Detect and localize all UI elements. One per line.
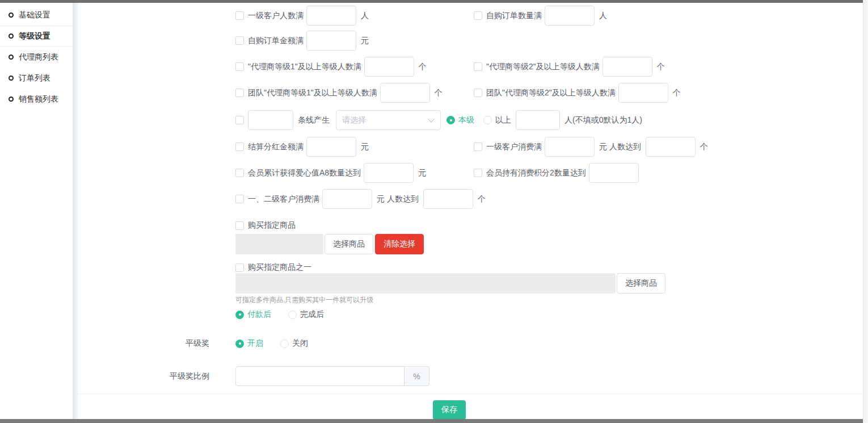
row-buy-one-of-products: 购买指定商品之一 <box>78 262 862 273</box>
input-agent-level2-count[interactable] <box>602 57 652 77</box>
line-produce-label: 条线产生 <box>298 115 330 125</box>
checkbox-line-condition[interactable] <box>235 116 244 124</box>
condition-label: 一、二级客户消费满 <box>248 194 319 204</box>
radio-peer-award-on-label[interactable]: 开启 <box>247 338 263 349</box>
checkbox-team-agent-level2-count[interactable] <box>474 89 482 97</box>
save-button[interactable]: 保存 <box>433 400 466 420</box>
sidebar-divider <box>73 3 78 419</box>
row-peer-award: 平级奖 开启 关闭 <box>78 338 862 349</box>
condition-label: "代理商等级1"及以上等级人数满 <box>248 62 361 72</box>
line-condition-note: 人(不填或0默认为1人) <box>564 115 642 125</box>
input-team-agent-level2-count[interactable] <box>618 83 668 103</box>
input-level12-consume-amount[interactable] <box>322 189 372 209</box>
row-customer-count: 一级客户人数满 人 自购订单数量满 人 <box>78 6 862 26</box>
unit-label: 元 <box>361 142 369 152</box>
radio-after-payment[interactable] <box>235 311 244 319</box>
condition-label: 结算分红金额满 <box>248 142 304 152</box>
multi-product-hint: 可指定多件商品,只需购买其中一件就可以升级 <box>78 295 862 305</box>
checkbox-level1-customer-count[interactable] <box>235 11 244 20</box>
unit-label: 个 <box>419 62 427 72</box>
sidebar-item-level-settings[interactable]: 等级设置 <box>0 26 73 47</box>
unit-label: 元 <box>599 142 607 152</box>
sidebar-item-label: 订单列表 <box>19 73 50 83</box>
input-love-value[interactable] <box>364 163 414 183</box>
condition-label: 团队"代理商等级1"及以上等级人数满 <box>248 88 377 98</box>
checkbox-agent-level1-count[interactable] <box>235 62 244 71</box>
radio-above-level-label[interactable]: 以上 <box>495 115 511 125</box>
radio-after-completion[interactable] <box>288 311 297 319</box>
input-consume-points[interactable] <box>589 163 639 183</box>
selected-products-display <box>235 273 616 294</box>
checkbox-buy-one-of-products[interactable] <box>235 263 244 272</box>
input-dividend-amount[interactable] <box>306 137 356 157</box>
sidebar-item-basic-settings[interactable]: 基础设置 <box>0 5 73 26</box>
sidebar-item-label: 代理商列表 <box>19 52 58 62</box>
checkbox-level1-consume[interactable] <box>474 143 482 151</box>
condition-label: 自购订单金额满 <box>248 36 304 46</box>
row-dividend-consume: 结算分红金额满 元 一级客户消费满 元 人数达到 个 <box>78 137 862 157</box>
input-peer-award-ratio[interactable] <box>235 366 404 386</box>
checkbox-self-order-amount[interactable] <box>235 36 244 45</box>
radio-above-level[interactable] <box>483 116 492 124</box>
row-line-condition: 条线产生 请选择 本级 以上 人(不填或0默认为1人) <box>78 110 862 130</box>
choose-product-button[interactable]: 选择商品 <box>325 234 373 254</box>
input-self-order-count[interactable] <box>545 6 595 26</box>
input-line-count[interactable] <box>248 110 293 130</box>
radio-peer-award-off-label[interactable]: 关闭 <box>292 338 308 349</box>
condition-label: 会员累计获得爱心值A8数量达到 <box>248 168 361 178</box>
circle-bullet-icon <box>9 97 14 102</box>
row-self-order-amount: 自购订单金额满 元 <box>78 31 862 51</box>
unit-label: 个 <box>435 88 443 98</box>
unit-label: 个 <box>673 88 681 98</box>
sidebar-item-sales-list[interactable]: 销售额列表 <box>0 89 73 110</box>
input-level1-customer-count[interactable] <box>306 6 356 26</box>
unit-label: 个 <box>700 142 708 152</box>
checkbox-self-order-count[interactable] <box>474 11 482 20</box>
sidebar-item-label: 销售额列表 <box>19 94 58 104</box>
checkbox-love-value[interactable] <box>235 169 244 177</box>
radio-peer-award-on[interactable] <box>235 340 244 348</box>
checkbox-dividend-amount[interactable] <box>235 143 244 151</box>
checkbox-team-agent-level1-count[interactable] <box>235 89 244 97</box>
percent-addon: % <box>404 366 429 386</box>
row-product-picker-multi: 选择商品 <box>78 273 862 294</box>
unit-label: 元 <box>377 194 385 204</box>
input-agent-level1-count[interactable] <box>364 57 414 77</box>
unit-label: 人 <box>599 11 607 21</box>
input-team-agent-level1-count[interactable] <box>380 83 430 103</box>
checkbox-agent-level2-count[interactable] <box>474 62 482 71</box>
condition-label: 购买指定商品 <box>248 220 296 231</box>
selected-product-display <box>235 234 323 254</box>
row-level12-consume: 一、二级客户消费满 元 人数达到 个 <box>78 189 862 209</box>
input-level1-consume-amount[interactable] <box>545 137 595 157</box>
sidebar: 基础设置 等级设置 代理商列表 订单列表 销售额列表 <box>0 3 73 419</box>
checkbox-consume-points[interactable] <box>474 169 482 177</box>
radio-after-payment-label[interactable]: 付款后 <box>247 309 271 320</box>
radio-peer-award-off[interactable] <box>280 340 289 348</box>
clear-selection-button[interactable]: 清除选择 <box>375 234 424 254</box>
row-product-picker: 选择商品 清除选择 <box>78 234 862 254</box>
radio-current-level-label[interactable]: 本级 <box>458 115 474 125</box>
row-love-value-points: 会员累计获得爱心值A8数量达到 元 会员持有消费积分2数量达到 <box>78 163 862 183</box>
circle-bullet-icon <box>9 33 14 39</box>
sidebar-item-order-list[interactable]: 订单列表 <box>0 68 73 89</box>
row-buy-product: 购买指定商品 <box>78 220 862 231</box>
choose-products-button[interactable]: 选择商品 <box>617 273 665 294</box>
people-reach-label: 人数达到 <box>387 194 419 204</box>
circle-bullet-icon <box>9 76 14 81</box>
checkbox-buy-product[interactable] <box>235 221 244 230</box>
condition-label: 一级客户消费满 <box>486 142 542 152</box>
sidebar-item-agent-list[interactable]: 代理商列表 <box>0 47 73 68</box>
line-level-select[interactable]: 请选择 <box>336 110 441 130</box>
window-top-edge <box>0 0 863 3</box>
radio-after-completion-label[interactable]: 完成后 <box>300 309 324 320</box>
radio-current-level[interactable] <box>446 116 455 124</box>
scrollbar-track[interactable] <box>863 0 868 423</box>
input-level12-consume-people[interactable] <box>423 189 473 209</box>
input-line-people-count[interactable] <box>516 110 560 130</box>
condition-label: 会员持有消费积分2数量达到 <box>486 168 586 178</box>
checkbox-level12-consume[interactable] <box>235 195 244 203</box>
input-self-order-amount[interactable] <box>306 31 356 51</box>
input-level1-consume-people[interactable] <box>646 137 696 157</box>
condition-label: 自购订单数量满 <box>486 11 542 21</box>
